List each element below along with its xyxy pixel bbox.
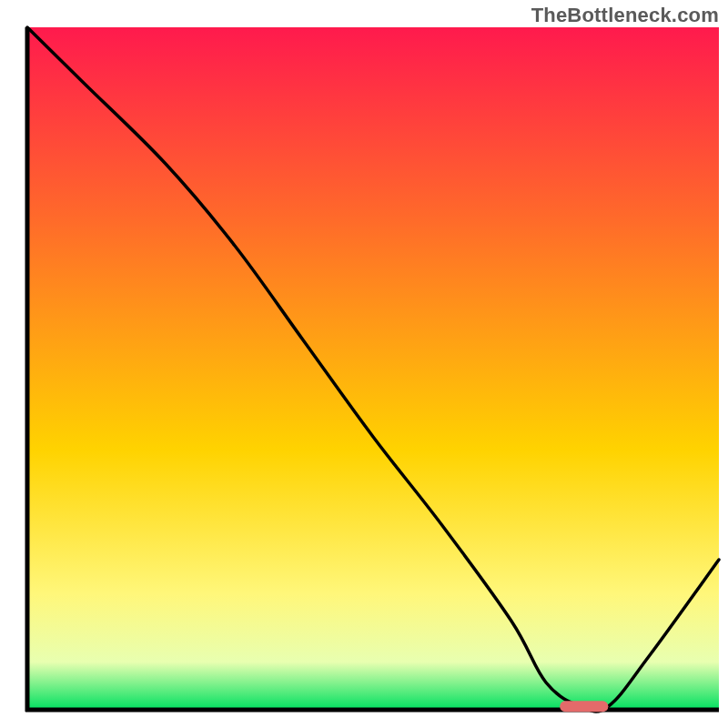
bottleneck-chart: TheBottleneck.com [0, 0, 728, 728]
watermark-text: TheBottleneck.com [531, 4, 719, 27]
optimal-marker [560, 701, 608, 712]
chart-svg [0, 0, 728, 728]
